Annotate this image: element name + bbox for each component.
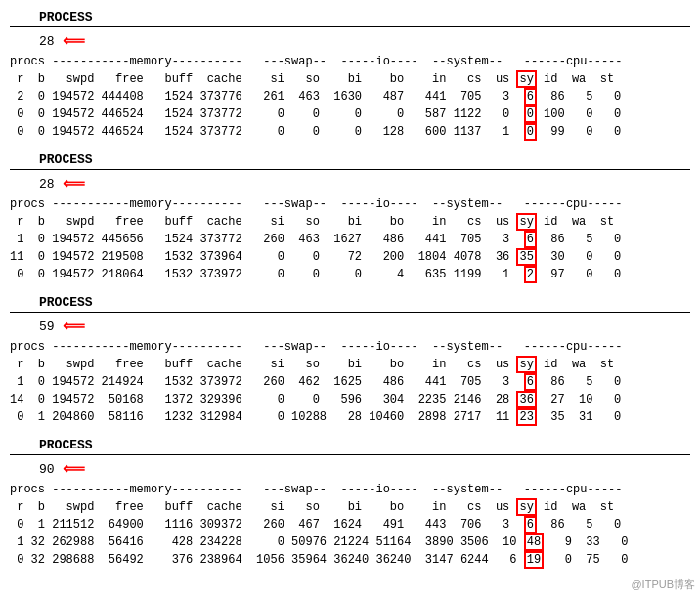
section-1: PROCESS28 ⟸procs -----------memory------… bbox=[10, 10, 690, 141]
sy-header: sy bbox=[516, 70, 536, 88]
section-4: PROCESS90 ⟸procs -----------memory------… bbox=[10, 438, 690, 569]
pid-line: 59 ⟸ bbox=[10, 317, 690, 336]
arrow-icon: ⟸ bbox=[63, 174, 85, 193]
sy-value: 48 bbox=[524, 533, 544, 551]
vmstat-output: procs -----------memory---------- ---swa… bbox=[10, 195, 690, 283]
vmstat-header-row: procs -----------memory---------- ---swa… bbox=[10, 481, 690, 498]
pid-line: 28 ⟸ bbox=[10, 174, 690, 193]
sy-value: 36 bbox=[516, 391, 536, 408]
vmstat-data-row: 1 32 262988 56416 428 234228 0 50976 212… bbox=[10, 533, 690, 551]
section-2: PROCESS28 ⟸procs -----------memory------… bbox=[10, 152, 690, 283]
vmstat-data-row: 0 32 298688 56492 376 238964 1056 35964 … bbox=[10, 551, 690, 569]
section-title: PROCESS bbox=[10, 10, 690, 24]
sy-header: sy bbox=[516, 356, 536, 373]
vmstat-header-row: procs -----------memory---------- ---swa… bbox=[10, 53, 690, 70]
pid-line: 28 ⟸ bbox=[10, 31, 690, 51]
section-title: PROCESS bbox=[10, 152, 690, 167]
arrow-icon: ⟸ bbox=[63, 459, 85, 479]
pid-line: 90 ⟸ bbox=[10, 459, 690, 479]
arrow-icon: ⟸ bbox=[63, 317, 85, 336]
sy-value: 0 bbox=[524, 106, 537, 123]
sy-value: 6 bbox=[524, 516, 537, 533]
pid-number: 28 bbox=[39, 177, 55, 192]
pid-number: 59 bbox=[39, 320, 55, 334]
vmstat-col-row: r b swpd free buff cache si so bi bo in … bbox=[10, 498, 690, 516]
sy-value: 6 bbox=[524, 373, 537, 391]
vmstat-data-row: 0 1 204860 58116 1232 312984 0 10288 28 … bbox=[10, 408, 690, 426]
vmstat-data-row: 0 0 194572 446524 1524 373772 0 0 0 128 … bbox=[10, 123, 690, 141]
divider bbox=[10, 312, 690, 313]
sy-value: 35 bbox=[516, 248, 536, 266]
vmstat-data-row: 1 0 194572 214924 1532 373972 260 462 16… bbox=[10, 373, 690, 391]
sy-value: 6 bbox=[524, 231, 537, 248]
vmstat-header-row: procs -----------memory---------- ---swa… bbox=[10, 195, 690, 213]
vmstat-data-row: 0 0 194572 446524 1524 373772 0 0 0 0 58… bbox=[10, 106, 690, 123]
sy-value: 2 bbox=[524, 266, 537, 283]
sy-value: 19 bbox=[524, 551, 544, 569]
pid-number: 90 bbox=[39, 462, 55, 477]
vmstat-col-row: r b swpd free buff cache si so bi bo in … bbox=[10, 213, 690, 231]
vmstat-col-row: r b swpd free buff cache si so bi bo in … bbox=[10, 70, 690, 88]
vmstat-data-row: 1 0 194572 445656 1524 373772 260 463 16… bbox=[10, 231, 690, 248]
sy-value: 6 bbox=[524, 88, 537, 106]
vmstat-data-row: 0 0 194572 218064 1532 373972 0 0 0 4 63… bbox=[10, 266, 690, 283]
sy-header: sy bbox=[516, 213, 536, 231]
vmstat-data-row: 0 1 211512 64900 1116 309372 260 467 162… bbox=[10, 516, 690, 533]
vmstat-data-row: 14 0 194572 50168 1372 329396 0 0 596 30… bbox=[10, 391, 690, 408]
vmstat-col-row: r b swpd free buff cache si so bi bo in … bbox=[10, 356, 690, 373]
vmstat-output: procs -----------memory---------- ---swa… bbox=[10, 338, 690, 426]
vmstat-output: procs -----------memory---------- ---swa… bbox=[10, 481, 690, 569]
divider bbox=[10, 26, 690, 27]
arrow-icon: ⟸ bbox=[63, 31, 85, 51]
sy-value: 23 bbox=[516, 408, 536, 426]
section-title: PROCESS bbox=[10, 438, 690, 452]
vmstat-data-row: 11 0 194572 219508 1532 373964 0 0 72 20… bbox=[10, 248, 690, 266]
divider bbox=[10, 169, 690, 170]
sy-value: 0 bbox=[524, 123, 537, 141]
watermark: @ITPUB博客 bbox=[631, 577, 695, 592]
vmstat-data-row: 2 0 194572 444408 1524 373776 261 463 16… bbox=[10, 88, 690, 106]
sy-header: sy bbox=[516, 498, 536, 516]
vmstat-output: procs -----------memory---------- ---swa… bbox=[10, 53, 690, 141]
vmstat-header-row: procs -----------memory---------- ---swa… bbox=[10, 338, 690, 356]
section-title: PROCESS bbox=[10, 295, 690, 310]
pid-number: 28 bbox=[39, 34, 55, 49]
section-3: PROCESS59 ⟸procs -----------memory------… bbox=[10, 295, 690, 426]
divider bbox=[10, 454, 690, 455]
